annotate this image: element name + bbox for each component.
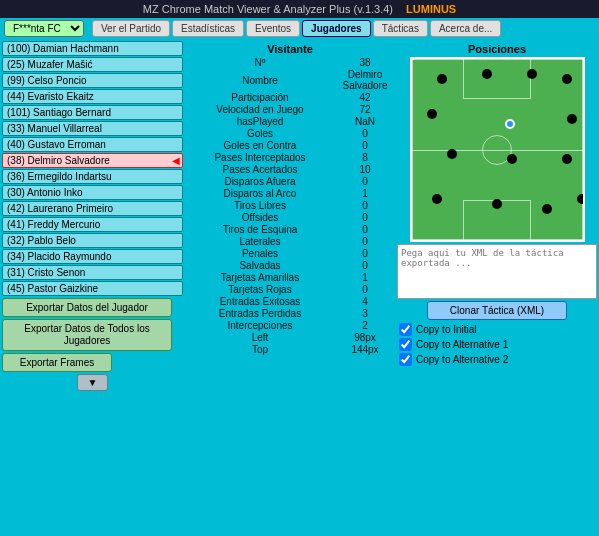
- copy-to-alt1-label: Copy to Alternative 1: [416, 339, 508, 350]
- player-item[interactable]: (31) Cristo Senon: [2, 265, 183, 280]
- stat-value: 10: [335, 164, 395, 175]
- left-line: [412, 59, 413, 240]
- player-dot: [542, 204, 552, 214]
- nav-estadisticas[interactable]: Estadísticas: [172, 20, 244, 37]
- stat-value: 72: [335, 104, 395, 115]
- stat-value: 0: [335, 200, 395, 211]
- exportar-frames[interactable]: Exportar Frames: [2, 353, 112, 372]
- exportar-datos-todos[interactable]: Exportar Datos de Todos los Jugadores: [2, 319, 172, 351]
- player-item[interactable]: (100) Damian Hachmann: [2, 41, 183, 56]
- player-dot: [437, 74, 447, 84]
- player-dot: [482, 69, 492, 79]
- player-item[interactable]: (25) Muzafer Mašić: [2, 57, 183, 72]
- exportar-datos-jugador[interactable]: Exportar Datos del Jugador: [2, 298, 172, 317]
- stat-label: Penales: [185, 248, 335, 259]
- player-item[interactable]: (33) Manuel Villarreal: [2, 121, 183, 136]
- player-item[interactable]: (30) Antonio Inko: [2, 185, 183, 200]
- stat-value: 1: [335, 272, 395, 283]
- clonar-tactica-button[interactable]: Clonar Táctica (XML): [427, 301, 567, 320]
- stat-value: 0: [335, 212, 395, 223]
- stat-value: 4: [335, 296, 395, 307]
- nav-jugadores[interactable]: Jugadores: [302, 20, 371, 37]
- player-item[interactable]: (32) Pablo Belo: [2, 233, 183, 248]
- xml-textarea[interactable]: [397, 244, 597, 299]
- stat-value: 0: [335, 248, 395, 259]
- center-panel: Visitante Nº 38 Nombre Delmiro Salvadore…: [185, 39, 395, 527]
- stat-label: Pases Acertados: [185, 164, 335, 175]
- player-item[interactable]: (41) Freddy Mercurio: [2, 217, 183, 232]
- stat-label: Salvadas: [185, 260, 335, 271]
- player-item[interactable]: (34) Placido Raymundo: [2, 249, 183, 264]
- stat-value: 0: [335, 284, 395, 295]
- player-item[interactable]: (101) Santiago Bernard: [2, 105, 183, 120]
- stat-row: Velocidad en Juego 72: [185, 104, 395, 115]
- stat-value: 144px: [335, 344, 395, 355]
- stat-value: NaN: [335, 116, 395, 127]
- stat-label: Participación: [185, 92, 335, 103]
- player-item-selected[interactable]: (38) Delmiro Salvadore: [2, 153, 183, 168]
- main-content: (100) Damian Hachmann (25) Muzafer Mašić…: [0, 39, 599, 527]
- nav-tacticas[interactable]: Tácticas: [373, 20, 428, 37]
- scroll-btn[interactable]: ▼: [77, 374, 109, 391]
- stat-row: Nombre Delmiro Salvadore: [185, 69, 395, 91]
- nav-acerca[interactable]: Acerca de...: [430, 20, 501, 37]
- stat-label: Intercepciones: [185, 320, 335, 331]
- player-item[interactable]: (44) Evaristo Ekaitz: [2, 89, 183, 104]
- stat-row: Pases Interceptados 8: [185, 152, 395, 163]
- right-line: [582, 59, 583, 240]
- stat-label: Entradas Perdidas: [185, 308, 335, 319]
- visitante-header: Visitante: [185, 41, 395, 57]
- stat-value: 0: [335, 128, 395, 139]
- stat-value: 0: [335, 224, 395, 235]
- stat-value: 0: [335, 176, 395, 187]
- stat-row: Tarjetas Rojas 0: [185, 284, 395, 295]
- stat-label: Pases Interceptados: [185, 152, 335, 163]
- stat-value: Delmiro Salvadore: [335, 69, 395, 91]
- copy-to-initial-label: Copy to Initial: [416, 324, 477, 335]
- stat-value: 38: [335, 57, 395, 68]
- player-dot: [577, 194, 585, 204]
- stat-label: Disparos al Arco: [185, 188, 335, 199]
- powered-label: [399, 3, 402, 15]
- player-dot: [507, 154, 517, 164]
- stat-row: Top 144px: [185, 344, 395, 355]
- copy-to-alt2-label: Copy to Alternative 2: [416, 354, 508, 365]
- player-item[interactable]: (99) Celso Poncio: [2, 73, 183, 88]
- stat-value: 8: [335, 152, 395, 163]
- stat-label: hasPlayed: [185, 116, 335, 127]
- stat-row: Tarjetas Amarillas 1: [185, 272, 395, 283]
- stat-row: Salvadas 0: [185, 260, 395, 271]
- copy-to-alt2-checkbox[interactable]: [399, 353, 412, 366]
- stat-label: Laterales: [185, 236, 335, 247]
- stat-value: 0: [335, 236, 395, 247]
- stat-row: Participación 42: [185, 92, 395, 103]
- copy-to-initial-row: Copy to Initial: [399, 323, 595, 336]
- title-bar: MZ Chrome Match Viewer & Analyzer Plus (…: [0, 0, 599, 18]
- stat-row: Entradas Perdidas 3: [185, 308, 395, 319]
- stat-value: 0: [335, 260, 395, 271]
- copy-to-alt1-checkbox[interactable]: [399, 338, 412, 351]
- nav-ver-partido[interactable]: Ver el Partido: [92, 20, 170, 37]
- copy-to-initial-checkbox[interactable]: [399, 323, 412, 336]
- stat-label: Nº: [185, 57, 335, 68]
- stat-value: 1: [335, 188, 395, 199]
- player-item[interactable]: (45) Pastor Gaizkine: [2, 281, 183, 296]
- top-penalty-area: [463, 59, 531, 99]
- stat-label: Velocidad en Juego: [185, 104, 335, 115]
- stat-value: 98px: [335, 332, 395, 343]
- stat-label: Goles en Contra: [185, 140, 335, 151]
- player-item[interactable]: (36) Ermegildo Indartsu: [2, 169, 183, 184]
- player-item[interactable]: (40) Gustavo Erroman: [2, 137, 183, 152]
- club-select[interactable]: F***nta FC: [4, 20, 84, 37]
- soccer-field: [410, 57, 585, 242]
- selected-player-dot: [505, 119, 515, 129]
- stat-label: Tiros de Esquina: [185, 224, 335, 235]
- stat-label: Entradas Exitosas: [185, 296, 335, 307]
- nav-eventos[interactable]: Eventos: [246, 20, 300, 37]
- stat-value: 0: [335, 140, 395, 151]
- stat-row: Tiros Libres 0: [185, 200, 395, 211]
- stat-label: Tarjetas Rojas: [185, 284, 335, 295]
- player-dot: [562, 74, 572, 84]
- stat-row: hasPlayed NaN: [185, 116, 395, 127]
- player-item[interactable]: (42) Laurerano Primeiro: [2, 201, 183, 216]
